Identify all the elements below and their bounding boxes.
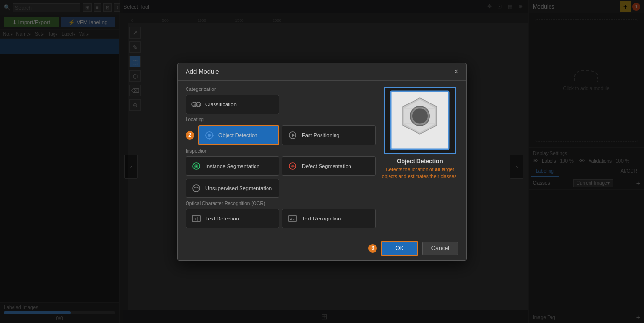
text-recognition-label: Text Recognition	[302, 216, 341, 221]
instance-icon-svg	[191, 161, 201, 171]
category-locating: Locating	[186, 117, 376, 122]
fast-positioning-label: Fast Positioning	[302, 132, 339, 138]
step-badge-3: 3	[368, 244, 377, 253]
preview-desc-part1: Detects the location of	[386, 167, 435, 172]
svg-text:T|: T|	[194, 217, 198, 221]
svg-point-24	[412, 108, 428, 124]
module-item-classification[interactable]: A B Classification	[186, 95, 279, 114]
defect-seg-label: Defect Segmentation	[302, 163, 351, 169]
classification-icon-svg: A B	[191, 99, 201, 110]
ok-button[interactable]: OK	[381, 241, 418, 256]
svg-point-5	[208, 134, 211, 137]
text-det-icon-svg: T|	[191, 214, 201, 223]
object-detection-row: 2	[186, 125, 279, 145]
preview-description: Detects the location of all target objec…	[381, 167, 458, 180]
classification-icon: A B	[191, 99, 201, 110]
cancel-button[interactable]: Cancel	[422, 242, 458, 255]
svg-text:A: A	[193, 103, 196, 107]
text-detection-label: Text Detection	[205, 216, 239, 221]
module-preview: Object Detection Detects the location of…	[381, 87, 458, 230]
step-badge-2: 2	[186, 131, 194, 140]
object-detection-label: Object Detection	[218, 132, 257, 138]
preview-image	[384, 87, 456, 154]
categorization-grid: A B Classification	[186, 95, 376, 114]
module-item-instance-segmentation[interactable]: Instance Segmentation	[186, 156, 279, 176]
ok-step-row: 3 OK	[368, 241, 418, 256]
text-detection-icon: T|	[191, 213, 201, 224]
text-recognition-icon: Aa	[287, 213, 298, 224]
instance-seg-icon	[191, 161, 201, 171]
modal-body: Categorization A B Classification	[178, 81, 466, 236]
inspection-grid: Instance Segmentation Defect Segmentatio…	[186, 156, 376, 198]
text-rec-icon-svg: Aa	[288, 214, 297, 223]
add-module-modal: Add Module × Categorization A B	[177, 63, 467, 261]
modal-footer: 3 OK Cancel	[178, 236, 466, 260]
module-item-unsupervised-segmentation[interactable]: Unsupervised Segmentation	[186, 179, 279, 198]
category-categorization: Categorization	[186, 87, 376, 92]
category-inspection: Inspection	[186, 148, 376, 154]
modal-header: Add Module ×	[178, 63, 466, 81]
preview-desc-highlight: all	[435, 167, 440, 172]
fast-positioning-icon	[287, 130, 298, 141]
unsupervised-icon-svg	[191, 183, 201, 193]
defect-seg-icon	[287, 161, 298, 171]
fast-icon-svg	[288, 130, 297, 140]
modal-close-button[interactable]: ×	[454, 68, 458, 76]
module-item-defect-segmentation[interactable]: Defect Segmentation	[282, 156, 376, 176]
modal-title: Add Module	[186, 68, 219, 75]
nut-preview-svg	[389, 89, 451, 152]
defect-icon-svg	[288, 161, 297, 171]
svg-text:B: B	[197, 103, 200, 107]
svg-point-13	[196, 165, 197, 167]
module-list: Categorization A B Classification	[186, 87, 376, 230]
unsupervised-seg-icon	[191, 183, 201, 194]
locating-grid: 2	[186, 125, 376, 145]
classification-label: Classification	[205, 102, 237, 107]
module-item-text-recognition[interactable]: Aa Text Recognition	[282, 209, 376, 228]
preview-title: Object Detection	[397, 158, 443, 165]
svg-text:Aa: Aa	[290, 217, 295, 221]
object-detection-icon	[204, 130, 215, 141]
instance-seg-label: Instance Segmentation	[205, 163, 260, 169]
modal-overlay: Add Module × Categorization A B	[0, 0, 644, 323]
object-icon-svg	[204, 130, 214, 140]
ocr-grid: T| Text Detection Aa Text Recognition	[186, 209, 376, 228]
unsupervised-seg-label: Unsupervised Segmentation	[205, 185, 272, 191]
module-item-object-detection[interactable]: Object Detection	[198, 125, 279, 145]
module-item-fast-positioning[interactable]: Fast Positioning	[282, 125, 376, 145]
module-item-text-detection[interactable]: T| Text Detection	[186, 209, 279, 228]
category-ocr: Optical Character Recognition (OCR)	[186, 201, 376, 206]
